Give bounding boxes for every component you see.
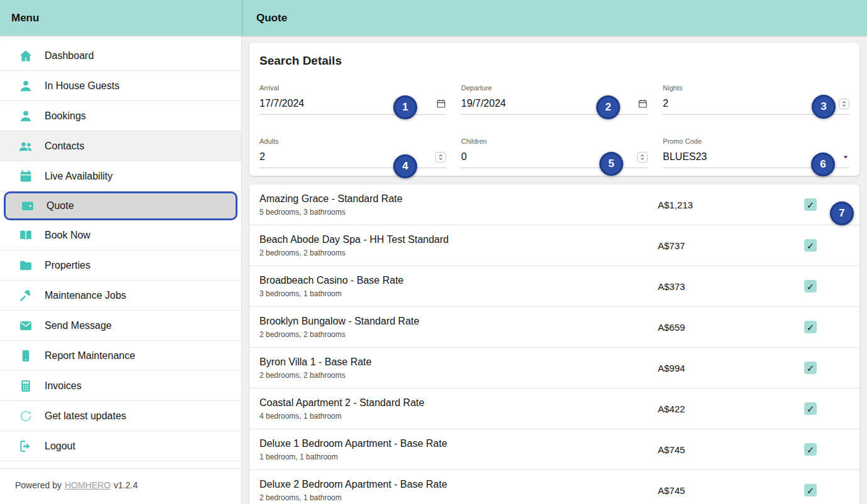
field-adults: Adults 2 [259, 137, 446, 168]
sidebar-item-quote[interactable]: Quote [4, 191, 237, 220]
field-arrival: Arrival 17/7/2024 [259, 84, 446, 115]
search-details-title: Search Details [259, 54, 849, 68]
chevron-down-icon[interactable] [842, 153, 849, 161]
stepper-icon[interactable] [637, 152, 648, 163]
annotation-badge-5: 5 [599, 152, 623, 176]
row-checkbox[interactable] [804, 362, 817, 374]
result-row: Brooklyn Bungalow - Standard Rate 2 bedr… [249, 307, 859, 348]
sidebar-item-label: Contacts [45, 141, 84, 152]
field-label: Children [461, 137, 648, 145]
property-subtitle: 2 bedrooms, 2 bathrooms [259, 330, 658, 339]
sidebar-item-in-house-guests[interactable]: In House Guests [0, 71, 241, 101]
powered-by-text: Powered by [15, 480, 62, 490]
annotation-badge-3: 3 [812, 95, 836, 119]
sidebar-item-label: Get latest updates [45, 410, 126, 422]
result-row: Broadbeach Casino - Base Rate 3 bedrooms… [249, 266, 859, 307]
page-header: Quote [242, 0, 867, 36]
app-version: v1.2.4 [114, 480, 138, 490]
sidebar-item-report-maintenance[interactable]: Report Maintenance [0, 341, 241, 371]
sidebar-item-label: Properties [45, 260, 90, 271]
sidebar-item-get-latest-updates[interactable]: Get latest updates [0, 401, 241, 431]
property-subtitle: 5 bedrooms, 3 bathrooms [259, 208, 658, 217]
field-label: Promo Code [663, 137, 849, 145]
calendar-icon[interactable] [436, 99, 446, 109]
sidebar-item-live-availability[interactable]: Live Availability [0, 161, 241, 191]
price: A$1,213 [658, 200, 793, 210]
sidebar-item-properties[interactable]: Properties [0, 250, 241, 281]
sidebar-item-label: Report Maintenance [45, 350, 135, 362]
price: A$994 [658, 363, 793, 373]
homhero-link[interactable]: HOMHERO [65, 480, 111, 490]
row-checkbox[interactable] [804, 239, 817, 252]
row-checkbox[interactable] [804, 280, 817, 292]
promo-code-input[interactable]: BLUES23 [663, 151, 707, 163]
adults-input[interactable]: 2 [259, 151, 265, 163]
property-subtitle: 2 bedrooms, 1 bathroom [259, 493, 658, 502]
property-subtitle: 2 bedrooms, 2 bathrooms [259, 371, 658, 380]
sidebar-item-maintenance-jobs[interactable]: Maintenance Jobs [0, 281, 241, 311]
row-checkbox[interactable] [804, 402, 817, 415]
tablet-icon [19, 349, 33, 363]
sidebar-item-dashboard[interactable]: Dashboard [0, 41, 241, 71]
sidebar-footer: Powered by HOMHERO v1.2.4 [0, 468, 241, 504]
people-icon [19, 139, 33, 153]
field-label: Adults [259, 137, 446, 145]
row-checkbox[interactable] [804, 198, 817, 211]
result-row: Byron Villa 1 - Base Rate 2 bedrooms, 2 … [249, 348, 859, 389]
page-title: Quote [256, 12, 287, 24]
wallet-icon [21, 199, 35, 213]
sidebar-item-bookings[interactable]: Bookings [0, 101, 241, 131]
arrival-input[interactable]: 17/7/2024 [259, 98, 304, 109]
sidebar-item-label: Maintenance Jobs [45, 290, 126, 301]
children-input[interactable]: 0 [461, 151, 467, 163]
row-checkbox[interactable] [804, 321, 817, 333]
price: A$745 [658, 485, 793, 496]
refresh-icon [19, 409, 33, 423]
sidebar-item-logout[interactable]: Logout [0, 431, 241, 461]
calendar-icon[interactable] [638, 99, 648, 109]
sidebar-nav: Dashboard In House Guests Bookings Conta… [0, 36, 241, 461]
property-title: Coastal Apartment 2 - Standard Rate [259, 397, 658, 409]
result-row: Coastal Apartment 2 - Standard Rate 4 be… [249, 389, 859, 429]
annotation-badge-6: 6 [811, 153, 835, 176]
sidebar-item-contacts[interactable]: Contacts [0, 131, 241, 161]
hammer-icon [19, 289, 33, 303]
property-title: Deluxe 2 Bedroom Apartment - Base Rate [259, 479, 658, 490]
property-title: Broadbeach Casino - Base Rate [259, 275, 658, 286]
price: A$737 [658, 240, 793, 251]
annotation-badge-4: 4 [393, 154, 417, 178]
annotation-badge-7: 7 [830, 201, 854, 225]
top-bar: Menu Quote [0, 0, 867, 36]
field-label: Arrival [259, 84, 446, 92]
field-label: Nights [663, 84, 849, 92]
result-row: Deluxe 1 Bedroom Apartment - Base Rate 1… [249, 429, 859, 470]
departure-input[interactable]: 19/7/2024 [461, 98, 506, 109]
sidebar-item-book-now[interactable]: Book Now [0, 220, 241, 250]
search-details-card: Search Details Arrival 17/7/2024 Departu… [249, 43, 859, 176]
price: A$422 [658, 404, 793, 414]
field-departure: Departure 19/7/2024 [461, 84, 648, 115]
app-root: Menu Quote Dashboard In House Guests [0, 0, 867, 504]
nights-input[interactable]: 2 [663, 98, 668, 109]
person-icon [19, 79, 33, 93]
calendar-icon [19, 169, 33, 183]
menu-title: Menu [11, 12, 39, 24]
sidebar-item-label: Dashboard [45, 50, 94, 62]
sidebar-item-send-message[interactable]: Send Message [0, 311, 241, 341]
result-row: Amazing Grace - Standard Rate 5 bedrooms… [249, 185, 859, 225]
property-title: Brooklyn Bungalow - Standard Rate [259, 316, 658, 327]
sidebar-item-label: Book Now [45, 230, 90, 241]
annotation-badge-1: 1 [393, 95, 417, 119]
stepper-icon[interactable] [839, 99, 849, 109]
stepper-icon[interactable] [435, 152, 446, 163]
row-checkbox[interactable] [804, 443, 817, 456]
sidebar-item-invoices[interactable]: Invoices [0, 371, 241, 401]
calculator-icon [19, 379, 33, 393]
row-checkbox[interactable] [804, 484, 817, 496]
sidebar-item-label: Quote [46, 200, 74, 212]
home-icon [19, 49, 33, 63]
price: A$659 [658, 322, 793, 333]
property-title: Byron Villa 1 - Base Rate [259, 357, 658, 368]
sidebar-header: Menu [0, 0, 242, 36]
property-title: Beach Abode Day Spa - HH Test Standard [259, 234, 658, 245]
